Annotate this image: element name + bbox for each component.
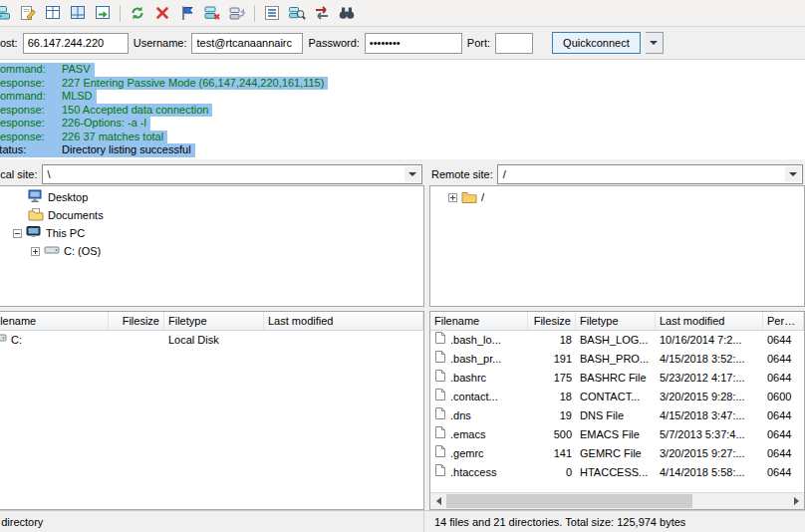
quickconnect-dropdown-button[interactable]	[646, 32, 664, 54]
find-files-binoculars-icon	[338, 4, 356, 22]
combo-dropdown-button[interactable]	[785, 166, 801, 182]
local-site-label: Local site:	[0, 168, 38, 180]
column-header-permissions[interactable]: Permissions	[763, 312, 804, 330]
disconnect-button[interactable]	[200, 2, 224, 25]
local-tree-panels-icon	[44, 4, 62, 22]
toggle-local-tree-button[interactable]	[41, 2, 65, 25]
cancel-icon	[153, 4, 171, 22]
local-tree-pane: Local site: \ Desktop Documents	[0, 163, 424, 307]
log-line[interactable]: Response:226 37 matches total	[0, 131, 805, 144]
disk-drive-icon	[44, 244, 60, 258]
file-row[interactable]: .gemrc 141 GEMRC File 3/20/2015 9:27:...…	[430, 444, 804, 463]
toolbar-separator	[254, 5, 255, 22]
tree-panes: Local site: \ Desktop Documents	[0, 163, 805, 307]
scrollbar-thumb[interactable]	[446, 494, 692, 508]
remote-site-label: Remote site:	[431, 168, 493, 180]
username-input[interactable]	[191, 33, 303, 54]
local-list-header: Filename Filesize Filetype Last modified	[0, 312, 423, 331]
synchronized-browsing-icon	[313, 4, 331, 22]
combo-dropdown-button[interactable]	[404, 166, 420, 182]
filter-icon	[263, 4, 281, 22]
tree-item-desktop[interactable]: Desktop	[0, 188, 423, 206]
refresh-button[interactable]	[126, 2, 149, 25]
toggle-queue-button[interactable]	[91, 2, 115, 25]
host-label: Host:	[0, 37, 18, 49]
horizontal-scrollbar[interactable]	[430, 492, 804, 509]
log-line[interactable]: Response:150 Accepted data connection	[0, 104, 805, 118]
reconnect-icon	[228, 4, 246, 22]
disconnect-icon	[203, 4, 221, 22]
status-bar: 1 directory 14 files and 21 directories.…	[0, 510, 805, 532]
expand-icon[interactable]	[31, 247, 40, 256]
file-row[interactable]: .htaccess 0 HTACCESS... 4/14/2018 5:58:.…	[430, 463, 804, 482]
column-header-filetype[interactable]: Filetype	[576, 312, 656, 330]
chevron-down-icon	[650, 41, 658, 45]
remote-file-rows: .bash_lo... 18 BASH_LOG... 10/16/2014 7:…	[430, 331, 804, 492]
file-row[interactable]: .emacs 500 EMACS File 5/7/2013 5:37:4...…	[430, 425, 804, 444]
remote-file-list: Filename Filesize Filetype Last modified…	[429, 311, 805, 510]
password-input[interactable]	[365, 33, 462, 54]
synchronized-browsing-button[interactable]	[310, 2, 334, 25]
log-line[interactable]: Command:MLSD	[0, 90, 805, 104]
file-icon	[434, 425, 446, 444]
documents-folder-icon	[28, 207, 44, 223]
reconnect-button[interactable]	[225, 2, 249, 25]
port-input[interactable]	[495, 33, 533, 54]
message-log: Command:PASV Response:227 Entering Passi…	[0, 60, 805, 159]
column-header-filename[interactable]: Filename	[430, 312, 528, 330]
flag-icon	[178, 4, 196, 22]
toggle-remote-tree-button[interactable]	[66, 2, 90, 25]
tree-item-c-drive[interactable]: C: (OS)	[0, 242, 423, 260]
quickconnect-button[interactable]: Quickconnect	[552, 32, 641, 54]
file-list-panes: Filename Filesize Filetype Last modified…	[0, 311, 805, 510]
file-row[interactable]: .bashrc 175 BASHRC File 5/23/2012 4:17:.…	[430, 369, 804, 388]
log-line[interactable]: Response:227 Entering Passive Mode (66,1…	[0, 77, 805, 91]
column-header-filename[interactable]: Filename	[0, 312, 109, 330]
expand-icon[interactable]	[448, 193, 457, 202]
tree-item-this-pc[interactable]: This PC	[0, 224, 423, 242]
column-header-filesize[interactable]: Filesize	[109, 312, 164, 330]
computer-icon	[26, 225, 42, 241]
column-header-filetype[interactable]: Filetype	[164, 312, 264, 330]
scrollbar-track[interactable]	[446, 493, 788, 509]
host-input[interactable]	[23, 33, 129, 54]
toggle-message-log-button[interactable]	[16, 2, 40, 25]
message-log-icon	[19, 4, 37, 22]
column-header-last-modified[interactable]: Last modified	[264, 312, 423, 330]
scroll-left-button[interactable]	[430, 493, 446, 509]
chevron-down-icon	[408, 172, 416, 176]
remote-status-text: 14 files and 21 directories. Total size:…	[428, 516, 805, 528]
log-line[interactable]: Command:PASV	[0, 63, 805, 77]
scroll-right-icon	[794, 497, 799, 505]
site-manager-button[interactable]	[0, 2, 15, 25]
queue-panel-icon	[94, 4, 112, 22]
find-files-button[interactable]	[335, 2, 359, 25]
column-header-last-modified[interactable]: Last modified	[656, 312, 763, 330]
file-row[interactable]: .bash_lo... 18 BASH_LOG... 10/16/2014 7:…	[430, 331, 804, 350]
username-label: Username:	[134, 37, 187, 49]
tree-item-documents[interactable]: Documents	[0, 206, 423, 224]
file-row[interactable]: .bash_pr... 191 BASH_PRO... 4/15/2018 3:…	[430, 350, 804, 369]
log-line[interactable]: Response:226-Options: -a -l	[0, 117, 805, 131]
file-icon	[434, 369, 446, 388]
tree-item-root[interactable]: /	[430, 188, 804, 206]
filter-button[interactable]	[260, 2, 284, 25]
desktop-icon	[28, 189, 44, 205]
toolbar-separator	[120, 5, 121, 22]
log-line[interactable]: Status:Directory listing successful	[0, 143, 805, 157]
file-row[interactable]: C: Local Disk	[0, 331, 423, 350]
file-icon	[434, 406, 446, 425]
cancel-button[interactable]	[150, 2, 174, 25]
filezilla-window: Host: Username: Password: Port: Quickcon…	[0, 0, 805, 532]
flag-button[interactable]	[175, 2, 199, 25]
scroll-left-icon	[436, 497, 441, 505]
scroll-right-button[interactable]	[788, 493, 804, 509]
collapse-icon[interactable]	[13, 229, 22, 238]
remote-site-combobox[interactable]: /	[497, 164, 803, 184]
remote-list-header: Filename Filesize Filetype Last modified…	[430, 312, 804, 331]
file-row[interactable]: .dns 19 DNS File 4/15/2018 3:47:... 0644	[430, 406, 804, 425]
column-header-filesize[interactable]: Filesize	[528, 312, 576, 330]
file-row[interactable]: .contact... 18 CONTACT... 3/20/2015 9:28…	[430, 388, 804, 406]
local-site-combobox[interactable]: \	[42, 164, 422, 184]
directory-comparison-button[interactable]	[285, 2, 309, 25]
